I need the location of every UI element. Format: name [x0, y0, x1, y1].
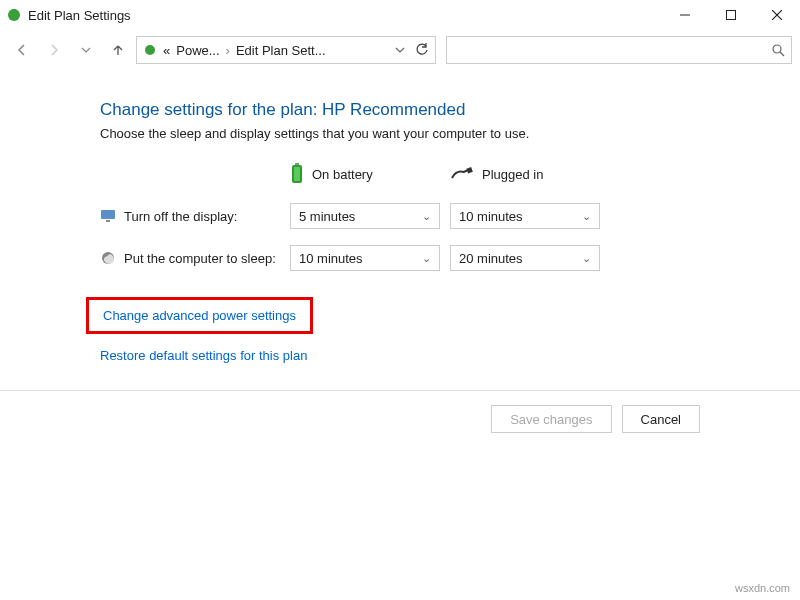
on-battery-label: On battery	[312, 167, 373, 182]
column-headers: On battery Plugged in	[100, 163, 760, 185]
sleep-battery-value: 10 minutes	[299, 251, 422, 266]
main-content: Change settings for the plan: HP Recomme…	[0, 70, 800, 363]
search-icon[interactable]	[772, 44, 785, 57]
svg-line-8	[780, 52, 784, 56]
chevron-right-icon: ›	[226, 43, 230, 58]
refresh-button[interactable]	[415, 43, 429, 57]
cancel-button[interactable]: Cancel	[622, 405, 700, 433]
breadcrumb-part1[interactable]: Powe...	[176, 43, 219, 58]
chevron-down-icon: ⌄	[582, 252, 591, 265]
svg-rect-14	[106, 220, 110, 222]
page-subtext: Choose the sleep and display settings th…	[100, 126, 760, 141]
svg-rect-3	[727, 11, 736, 20]
chevron-down-icon: ⌄	[422, 210, 431, 223]
chevron-down-icon: ⌄	[422, 252, 431, 265]
display-plugged-select[interactable]: 10 minutes ⌄	[450, 203, 600, 229]
watermark: wsxdn.com	[735, 582, 790, 594]
back-button[interactable]	[8, 36, 36, 64]
battery-icon	[290, 163, 304, 185]
save-button: Save changes	[491, 405, 611, 433]
plugged-in-label: Plugged in	[482, 167, 543, 182]
display-label: Turn off the display:	[124, 209, 237, 224]
display-battery-select[interactable]: 5 minutes ⌄	[290, 203, 440, 229]
forward-button[interactable]	[40, 36, 68, 64]
restore-defaults-link[interactable]: Restore default settings for this plan	[100, 348, 307, 363]
sleep-plugged-select[interactable]: 20 minutes ⌄	[450, 245, 600, 271]
address-bar[interactable]: « Powe... › Edit Plan Sett...	[136, 36, 436, 64]
footer: Save changes Cancel	[0, 390, 800, 433]
breadcrumb-prefix: «	[163, 43, 170, 58]
svg-point-6	[145, 45, 155, 55]
sleep-label: Put the computer to sleep:	[124, 251, 276, 266]
display-battery-value: 5 minutes	[299, 209, 422, 224]
sleep-setting-row: Put the computer to sleep: 10 minutes ⌄ …	[100, 245, 760, 271]
titlebar: Edit Plan Settings	[0, 0, 800, 30]
maximize-button[interactable]	[708, 0, 754, 30]
svg-rect-12	[466, 167, 472, 173]
sleep-battery-select[interactable]: 10 minutes ⌄	[290, 245, 440, 271]
display-icon	[100, 209, 116, 223]
search-box[interactable]	[446, 36, 792, 64]
svg-rect-11	[294, 167, 300, 181]
svg-rect-9	[295, 163, 299, 165]
svg-rect-1	[12, 9, 16, 15]
chevron-down-icon: ⌄	[582, 210, 591, 223]
window-title: Edit Plan Settings	[28, 8, 131, 23]
advanced-power-settings-link[interactable]: Change advanced power settings	[103, 308, 296, 323]
sleep-icon	[100, 250, 116, 266]
display-plugged-value: 10 minutes	[459, 209, 582, 224]
plug-icon	[450, 166, 474, 182]
address-dropdown[interactable]	[395, 45, 405, 55]
search-input[interactable]	[453, 42, 772, 59]
power-plan-icon	[6, 7, 22, 23]
breadcrumb-part2[interactable]: Edit Plan Sett...	[236, 43, 326, 58]
svg-rect-13	[101, 210, 115, 219]
up-button[interactable]	[104, 36, 132, 64]
display-setting-row: Turn off the display: 5 minutes ⌄ 10 min…	[100, 203, 760, 229]
advanced-link-highlight: Change advanced power settings	[86, 297, 313, 334]
svg-point-7	[773, 45, 781, 53]
page-title: Change settings for the plan: HP Recomme…	[100, 100, 760, 120]
close-button[interactable]	[754, 0, 800, 30]
recent-dropdown[interactable]	[72, 36, 100, 64]
sleep-plugged-value: 20 minutes	[459, 251, 582, 266]
minimize-button[interactable]	[662, 0, 708, 30]
navbar: « Powe... › Edit Plan Sett...	[0, 30, 800, 70]
power-plan-icon	[143, 43, 157, 57]
